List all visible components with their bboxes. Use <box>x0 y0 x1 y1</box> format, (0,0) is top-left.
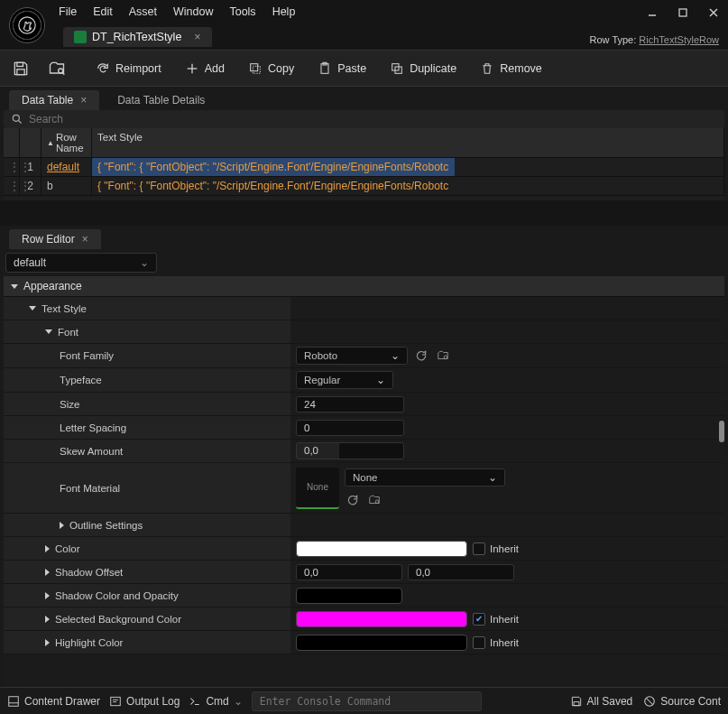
copy-button[interactable]: Copy <box>237 52 305 85</box>
menu-window[interactable]: Window <box>173 5 213 18</box>
unreal-logo <box>9 7 45 43</box>
expand-icon <box>45 616 50 623</box>
typeface-dropdown[interactable]: Regular⌄ <box>296 371 393 389</box>
browse-icon[interactable] <box>435 348 451 364</box>
svg-rect-2 <box>679 9 687 16</box>
table-row[interactable]: ⋮⋮ 2 b { "Font": { "FontObject": "/Scrip… <box>4 177 724 196</box>
save-button[interactable] <box>4 51 38 86</box>
close-tab-icon[interactable]: × <box>194 31 200 43</box>
tab-data-table[interactable]: Data Table × <box>9 90 99 110</box>
cmd-dropdown[interactable]: Cmd ⌄ <box>189 695 242 708</box>
remove-button[interactable]: Remove <box>469 52 553 85</box>
paste-label: Paste <box>337 62 366 75</box>
file-tab[interactable]: DT_RichTextStyle × <box>63 27 212 47</box>
menu-edit[interactable]: Edit <box>93 5 113 18</box>
remove-label: Remove <box>500 62 542 75</box>
table-row[interactable]: ⋮⋮ 1 default { "Font": { "FontObject": "… <box>4 158 724 177</box>
highlight-swatch[interactable] <box>296 635 467 651</box>
prop-highlight[interactable]: Highlight Color <box>4 631 290 654</box>
menu-help[interactable]: Help <box>272 5 296 18</box>
all-saved-button[interactable]: All Saved <box>570 695 633 708</box>
font-material-dropdown[interactable]: None⌄ <box>345 468 505 487</box>
menu-tools[interactable]: Tools <box>229 5 255 18</box>
chevron-down-icon: ⌄ <box>140 256 149 269</box>
add-button[interactable]: Add <box>174 52 235 85</box>
maximize-button[interactable] <box>668 2 697 23</box>
row-selector-dropdown[interactable]: default ⌄ <box>5 253 157 273</box>
prop-outline-settings[interactable]: Outline Settings <box>4 514 290 536</box>
prop-skew-label: Skew Amount <box>4 440 290 462</box>
close-icon[interactable]: × <box>82 233 88 246</box>
duplicate-button[interactable]: Duplicate <box>379 52 467 85</box>
font-family-dropdown[interactable]: Roboto⌄ <box>296 347 408 365</box>
expand-icon <box>11 284 18 289</box>
inherit-checkbox[interactable]: ✔ <box>473 613 485 626</box>
tab-row-editor-label: Row Editor <box>22 233 75 246</box>
inherit-checkbox[interactable] <box>473 636 485 649</box>
prop-shadow-offset[interactable]: Shadow Offset <box>4 561 290 583</box>
svg-rect-6 <box>17 69 24 74</box>
row-selector-value: default <box>14 256 46 269</box>
shadow-offset-x-input[interactable] <box>296 564 402 580</box>
tab-data-table-details[interactable]: Data Table Details <box>105 90 217 110</box>
svg-point-17 <box>13 115 19 121</box>
search-input[interactable] <box>29 113 717 125</box>
reset-icon[interactable] <box>413 348 429 364</box>
svg-rect-21 <box>9 696 19 706</box>
color-swatch[interactable] <box>296 541 467 557</box>
skew-input[interactable]: 0,0 <box>296 442 404 459</box>
scrollbar[interactable] <box>719 421 724 442</box>
menu-asset[interactable]: Asset <box>129 5 157 18</box>
chevron-down-icon: ⌄ <box>488 471 497 484</box>
output-log-button[interactable]: Output Log <box>109 695 180 708</box>
expand-icon <box>60 522 64 529</box>
prop-selected-bg[interactable]: Selected Background Color <box>4 607 290 630</box>
reimport-button[interactable]: Reimport <box>85 52 172 85</box>
use-selected-icon[interactable] <box>345 492 361 508</box>
category-appearance[interactable]: Appearance <box>4 276 724 297</box>
menu-file[interactable]: File <box>59 5 77 18</box>
duplicate-label: Duplicate <box>410 62 456 75</box>
row-value: { "Font": { "FontObject": "/Script/Engin… <box>92 177 724 195</box>
expand-icon <box>45 329 52 334</box>
search-icon <box>11 113 23 125</box>
inherit-checkbox[interactable] <box>473 542 485 555</box>
copy-label: Copy <box>268 62 294 75</box>
inherit-label: Inherit <box>490 637 519 648</box>
drag-handle-icon[interactable]: ⋮⋮ <box>4 177 20 195</box>
prop-text-style[interactable]: Text Style <box>4 297 290 320</box>
browse-icon[interactable] <box>366 492 382 508</box>
size-input[interactable] <box>296 396 404 413</box>
shadow-color-swatch[interactable] <box>296 588 402 604</box>
prop-shadow-color[interactable]: Shadow Color and Opacity <box>4 584 290 607</box>
content-drawer-button[interactable]: Content Drawer <box>7 695 100 708</box>
close-icon[interactable]: × <box>80 94 87 107</box>
drag-handle-icon[interactable]: ⋮⋮ <box>4 158 20 176</box>
prop-color[interactable]: Color <box>4 537 290 560</box>
row-index: 1 <box>20 158 41 176</box>
column-row-name[interactable]: ▲Row Name <box>41 128 92 157</box>
minimize-button[interactable] <box>638 2 667 23</box>
browse-button[interactable] <box>40 51 74 86</box>
source-control-button[interactable]: Source Cont <box>643 695 721 708</box>
row-index: 2 <box>20 177 41 195</box>
tab-row-editor[interactable]: Row Editor × <box>9 229 101 249</box>
row-type-link[interactable]: RichTextStyleRow <box>639 34 719 45</box>
close-button[interactable] <box>699 2 728 23</box>
prop-font-material-label: Font Material <box>4 463 290 513</box>
prop-typeface-label: Typeface <box>4 368 290 392</box>
row-value: { "Font": { "FontObject": "/Script/Engin… <box>92 158 724 176</box>
row-name: b <box>41 177 92 195</box>
console-input[interactable] <box>252 691 482 711</box>
tab-details-label: Data Table Details <box>117 94 205 107</box>
svg-rect-26 <box>574 701 579 705</box>
letter-spacing-input[interactable] <box>296 420 404 436</box>
selected-bg-swatch[interactable] <box>296 611 467 627</box>
material-thumbnail[interactable]: None <box>296 468 339 509</box>
column-text-style[interactable]: Text Style <box>92 128 724 157</box>
prop-font[interactable]: Font <box>4 320 290 343</box>
row-name: default <box>41 158 92 176</box>
shadow-offset-y-input[interactable] <box>408 564 514 580</box>
paste-button[interactable]: Paste <box>307 52 377 85</box>
svg-rect-11 <box>251 63 258 70</box>
